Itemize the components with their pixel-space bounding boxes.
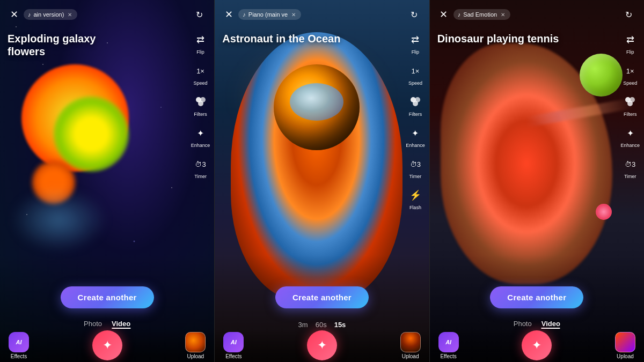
sparkle-icon-2: ✦ (317, 338, 327, 352)
upload-thumbnail-2 (400, 332, 421, 352)
flip-icon-2: ⇄ (407, 31, 424, 48)
filters-label-1: Filters (194, 112, 207, 117)
music-label-1: ain version) (34, 11, 64, 18)
close-icon-1: ✕ (10, 10, 18, 19)
music-tab-close-2[interactable]: ✕ (291, 12, 296, 18)
photo-tab-1[interactable]: Photo (84, 320, 102, 329)
create-another-button-2[interactable]: Create another (275, 286, 369, 308)
timer-label-1: Timer (194, 174, 207, 179)
bottom-bar-1: AI Effects ✦ Upload (0, 329, 214, 362)
music-tab-3[interactable]: ♪ Sad Emotion ✕ (453, 9, 510, 20)
flip-label-2: Flip (412, 49, 420, 55)
decor-visor (290, 83, 343, 121)
ai-icon-1: AI (16, 339, 22, 345)
flip-control-2[interactable]: ⇄ Flip (407, 31, 424, 55)
effects-button-3[interactable]: AI Effects (438, 332, 459, 359)
top-bar-left-1: ✕ ♪ ain version) ✕ (8, 8, 77, 21)
video-title-1: Exploding galaxy flowers (8, 32, 131, 58)
video-tab-3[interactable]: Video (541, 320, 560, 329)
svg-point-8 (627, 101, 633, 106)
capture-button-1[interactable]: ✦ (92, 330, 122, 360)
filters-icon-2 (407, 93, 424, 110)
flip-label-3: Flip (626, 49, 634, 55)
bottom-bar-3: AI Effects ✦ Upload (430, 329, 644, 362)
duration-3m-2[interactable]: 3m (298, 321, 308, 329)
refresh-button-2[interactable]: ↻ (407, 7, 422, 22)
effects-label-3: Effects (440, 353, 456, 359)
flash-control-2[interactable]: ⚡ Flash (407, 187, 424, 210)
capture-button-2[interactable]: ✦ (307, 330, 337, 360)
music-label-3: Sad Emotion (463, 11, 497, 18)
music-tab-close-3[interactable]: ✕ (501, 12, 505, 18)
flip-control-3[interactable]: ⇄ Flip (621, 31, 639, 55)
music-tab-2[interactable]: ♪ Piano (main ve ✕ (238, 9, 301, 20)
duration-tabs-2: 3m 60s 15s (298, 321, 346, 329)
close-button-1[interactable]: ✕ (8, 8, 20, 21)
refresh-button-1[interactable]: ↻ (192, 7, 207, 22)
speed-control-1[interactable]: 1× Speed (192, 62, 209, 86)
refresh-icon-1: ↻ (196, 10, 203, 20)
capture-button-3[interactable]: ✦ (522, 330, 552, 360)
timer-control-2[interactable]: ⏱3 Timer (407, 156, 424, 179)
filters-control-1[interactable]: Filters (192, 93, 209, 117)
upload-button-3[interactable]: Upload (615, 332, 635, 359)
create-another-button-1[interactable]: Create another (61, 286, 154, 308)
effects-label-2: Effects (225, 353, 241, 359)
svg-point-5 (413, 101, 418, 106)
filters-control-2[interactable]: Filters (407, 93, 424, 117)
bottom-bar-2: AI Effects ✦ Upload (215, 329, 429, 362)
timer-icon-3: ⏱3 (621, 156, 639, 173)
speed-label-3: Speed (623, 80, 637, 86)
right-controls-3: ⇄ Flip 1× Speed Filters ✦ Enhance ⏱3 Tim… (616, 27, 644, 183)
refresh-icon-2: ↻ (411, 10, 418, 20)
enhance-icon-3: ✦ (621, 124, 639, 142)
decor-pink-ball (596, 204, 612, 220)
music-note-icon-2: ♪ (243, 11, 246, 18)
timer-control-3[interactable]: ⏱3 Timer (621, 156, 639, 179)
effects-icon-wrap-2: AI (223, 332, 244, 352)
upload-button-1[interactable]: Upload (185, 332, 206, 359)
effects-button-2[interactable]: AI Effects (223, 332, 244, 359)
filters-control-3[interactable]: Filters (621, 93, 639, 117)
timer-icon-2: ⏱3 (407, 156, 424, 173)
flip-control-1[interactable]: ⇄ Flip (192, 31, 209, 55)
music-tab-close-1[interactable]: ✕ (68, 12, 72, 18)
create-btn-wrap-2: Create another (275, 286, 369, 308)
photo-tab-3[interactable]: Photo (514, 320, 532, 329)
top-bar-2: ✕ ♪ Piano (main ve ✕ ↻ (215, 0, 429, 27)
effects-button-1[interactable]: AI Effects (9, 332, 29, 359)
timer-label-2: Timer (409, 174, 422, 179)
close-button-3[interactable]: ✕ (437, 8, 450, 21)
panel-astronaut: ✕ ♪ Piano (main ve ✕ ↻ Astronaut in the … (215, 0, 429, 362)
speed-control-3[interactable]: 1× Speed (621, 62, 639, 86)
close-button-2[interactable]: ✕ (222, 8, 235, 21)
upload-thumbnail-3 (615, 332, 635, 352)
flip-icon-3: ⇄ (621, 31, 639, 48)
video-tab-1[interactable]: Video (112, 320, 130, 329)
enhance-control-2[interactable]: ✦ Enhance (406, 124, 425, 148)
music-tab-1[interactable]: ♪ ain version) ✕ (24, 9, 77, 20)
duration-15s-2[interactable]: 15s (334, 321, 346, 329)
enhance-label-1: Enhance (191, 143, 210, 148)
filters-label-2: Filters (409, 112, 422, 117)
bottom-tabs-3: Photo Video (514, 320, 560, 329)
upload-button-2[interactable]: Upload (400, 332, 421, 359)
create-another-button-3[interactable]: Create another (490, 286, 583, 308)
enhance-control-3[interactable]: ✦ Enhance (620, 124, 640, 148)
refresh-icon-3: ↻ (625, 10, 632, 20)
speed-icon-2: 1× (407, 62, 424, 79)
flip-label-1: Flip (196, 49, 204, 55)
upload-label-2: Upload (402, 353, 419, 359)
duration-60s-2[interactable]: 60s (316, 321, 327, 329)
speed-control-2[interactable]: 1× Speed (407, 62, 424, 86)
flash-label-2: Flash (409, 205, 421, 210)
top-bar-left-3: ✕ ♪ Sad Emotion ✕ (437, 8, 510, 21)
speed-icon-1: 1× (192, 62, 209, 79)
timer-control-1[interactable]: ⏱3 Timer (192, 156, 209, 179)
sparkle-icon-3: ✦ (532, 338, 541, 352)
upload-thumbnail-1 (185, 332, 206, 352)
video-title-2: Astronaut in the Ocean (222, 32, 340, 45)
enhance-control-1[interactable]: ✦ Enhance (191, 124, 210, 148)
refresh-button-3[interactable]: ↻ (621, 7, 636, 22)
timer-icon-1: ⏱3 (192, 156, 209, 173)
